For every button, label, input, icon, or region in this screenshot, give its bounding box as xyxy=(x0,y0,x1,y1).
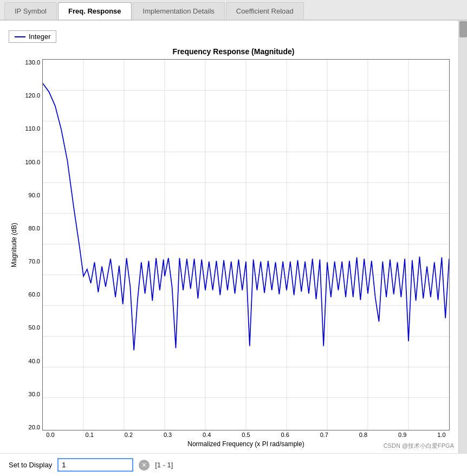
y-tick-130: 130.0 xyxy=(25,59,40,66)
set-display-label: Set to Display xyxy=(9,461,52,469)
set-display-input[interactable] xyxy=(57,458,133,472)
tab-freq-response[interactable]: Freq. Response xyxy=(58,2,132,20)
legend-line xyxy=(15,36,25,37)
x-tick-0: 0.0 xyxy=(42,432,59,438)
x-tick-09: 0.9 xyxy=(394,432,411,438)
watermark: CSDN @技术小白爱FPGA xyxy=(384,442,454,450)
clear-button[interactable]: ✕ xyxy=(139,460,150,471)
x-tick-02: 0.2 xyxy=(120,432,137,438)
y-axis-label-container: Magnitude (dB) xyxy=(9,59,20,430)
y-tick-110: 110.0 xyxy=(25,125,40,132)
chart-container: Magnitude (dB) 130.0 120.0 110.0 100.0 9… xyxy=(9,59,450,430)
legend-area: Integer xyxy=(9,30,458,43)
tabs-bar: IP Symbol Freq. Response Implementation … xyxy=(0,0,467,21)
tab-implementation-details[interactable]: Implementation Details xyxy=(133,2,225,20)
chart-svg xyxy=(43,60,449,430)
y-tick-40: 40.0 xyxy=(29,358,40,364)
y-tick-50: 50.0 xyxy=(29,324,40,331)
x-tick-05: 0.5 xyxy=(238,432,254,438)
y-tick-100: 100.0 xyxy=(25,159,40,165)
y-tick-20: 20.0 xyxy=(29,424,40,430)
x-tick-10: 1.0 xyxy=(433,432,450,438)
x-tick-08: 0.8 xyxy=(355,432,372,438)
scrollbar[interactable] xyxy=(458,21,467,453)
tab-coefficient-reload[interactable]: Coefficient Reload xyxy=(226,2,304,20)
x-ticks: 0.0 0.1 0.2 0.3 0.4 0.5 0.6 0.7 0.8 0.9 … xyxy=(42,430,450,439)
legend-label: Integer xyxy=(29,33,50,41)
x-tick-07: 0.7 xyxy=(316,432,332,438)
tab-ip-symbol[interactable]: IP Symbol xyxy=(4,2,57,20)
y-ticks: 130.0 120.0 110.0 100.0 90.0 80.0 70.0 6… xyxy=(20,59,42,430)
chart-title: Frequency Response (Magnitude) xyxy=(9,47,458,56)
y-tick-60: 60.0 xyxy=(29,291,40,298)
x-tick-03: 0.3 xyxy=(160,432,176,438)
bottom-bar: Set to Display ✕ [1 - 1] xyxy=(0,453,467,476)
y-tick-30: 30.0 xyxy=(29,391,40,397)
y-tick-90: 90.0 xyxy=(29,192,40,198)
x-tick-04: 0.4 xyxy=(199,432,215,438)
y-tick-80: 80.0 xyxy=(29,225,40,231)
range-label: [1 - 1] xyxy=(155,461,173,469)
chart-plot-area xyxy=(42,59,450,430)
y-ticks-and-chart: 130.0 120.0 110.0 100.0 90.0 80.0 70.0 6… xyxy=(20,59,450,430)
legend-box: Integer xyxy=(9,30,56,43)
y-tick-70: 70.0 xyxy=(29,258,40,265)
x-tick-06: 0.6 xyxy=(277,432,293,438)
main-container: IP Symbol Freq. Response Implementation … xyxy=(0,0,467,476)
content-area: Integer Frequency Response (Magnitude) M… xyxy=(0,21,467,453)
scrollbar-thumb[interactable] xyxy=(459,21,467,37)
y-tick-120: 120.0 xyxy=(25,92,40,99)
x-tick-01: 0.1 xyxy=(81,432,98,438)
y-axis-label: Magnitude (dB) xyxy=(10,222,18,267)
